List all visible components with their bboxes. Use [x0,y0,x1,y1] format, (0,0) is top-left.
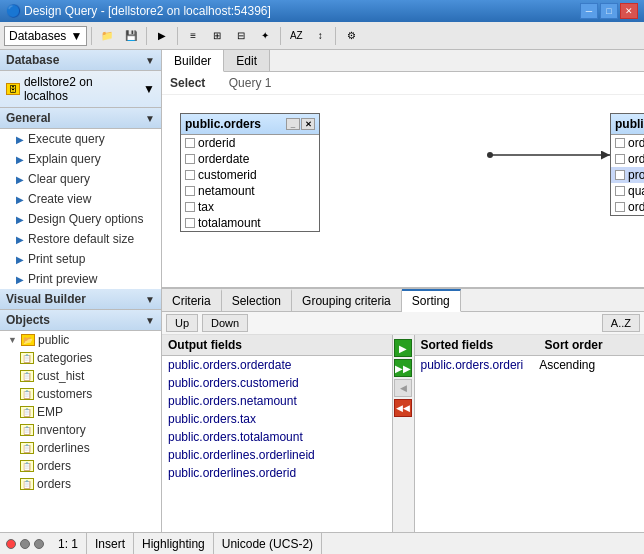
add-all-sort-button[interactable]: ▶▶ [394,359,412,377]
field-item-3[interactable]: public.orders.tax [162,410,392,428]
databases-dropdown[interactable]: Databases ▼ [4,26,87,46]
toolbar-btn-5[interactable]: ⊟ [230,25,252,47]
sidebar-item-restoresize[interactable]: ▶ Restore default size [0,229,161,249]
toolbar-btn-9[interactable]: ⚙ [340,25,362,47]
orders-orderid-checkbox[interactable] [185,138,195,148]
visualbuilder-section-header[interactable]: Visual Builder ▼ [0,289,161,310]
orders-minimize-btn[interactable]: _ [286,118,300,130]
objects-section-header[interactable]: Objects ▼ [0,310,161,331]
orderlines-table[interactable]: public.orderlines _ ✕ orderlineid orderi… [610,113,644,216]
orders-field-netamount[interactable]: netamount [181,183,319,199]
sidebar-item-printsetup[interactable]: ▶ Print setup [0,249,161,269]
orders-field-orderdate[interactable]: orderdate [181,151,319,167]
orderlines-field-prodid[interactable]: prod_id [611,167,644,183]
table-icon-categories: 📋 [20,352,34,364]
orderlines-prodid-checkbox[interactable] [615,170,625,180]
tree-item-orderlines[interactable]: 📋 orderlines [0,439,161,457]
tab-grouping[interactable]: Grouping criteria [292,289,402,311]
toolbar-btn-6[interactable]: ✦ [254,25,276,47]
tree-item-orders2[interactable]: 📋 orders [0,475,161,493]
orders-orderdate-checkbox[interactable] [185,154,195,164]
tab-builder[interactable]: Builder [162,50,224,72]
tree-item-custhist[interactable]: 📋 cust_hist [0,367,161,385]
orderlines-orderlineid-checkbox[interactable] [615,138,625,148]
tab-sorting-label: Sorting [412,294,450,308]
tree-label-custhist: cust_hist [37,369,84,383]
tree-item-orders[interactable]: 📋 orders [0,457,161,475]
toolbar-btn-run[interactable]: ▶ [151,25,173,47]
field-item-2[interactable]: public.orders.netamount [162,392,392,410]
field-item-1[interactable]: public.orders.customerid [162,374,392,392]
add-sort-button[interactable]: ▶ [394,339,412,357]
orders-field-customerid[interactable]: customerid [181,167,319,183]
tab-selection[interactable]: Selection [222,289,292,311]
orders-field-orderid[interactable]: orderid [181,135,319,151]
orders-customerid-label: customerid [198,168,257,182]
designoptions-icon: ▶ [16,214,24,225]
orders-orderid-label: orderid [198,136,235,150]
orderlines-field-orderdate[interactable]: orderdate [611,199,644,215]
field-item-0[interactable]: public.orders.orderdate [162,356,392,374]
close-button[interactable]: ✕ [620,3,638,19]
orderlines-field-orderlineid[interactable]: orderlineid [611,135,644,151]
tree-label-emp: EMP [37,405,63,419]
orders-field-tax[interactable]: tax [181,199,319,215]
tree-item-emp[interactable]: 📋 EMP [0,403,161,421]
field-item-6[interactable]: public.orderlines.orderid [162,464,392,482]
general-section-label: General [6,111,51,125]
sidebar-item-explain[interactable]: ▶ Explain query [0,149,161,169]
field-item-5[interactable]: public.orderlines.orderlineid [162,446,392,464]
tree-item-inventory[interactable]: 📋 inventory [0,421,161,439]
tree-item-categories[interactable]: 📋 categories [0,349,161,367]
toolbar-btn-8[interactable]: ↕ [309,25,331,47]
canvas-area[interactable]: public.orders _ ✕ orderid orderdate [162,95,644,287]
orders-netamount-checkbox[interactable] [185,186,195,196]
status-dot-gray [20,539,30,549]
remove-sort-button[interactable]: ◀ [394,379,412,397]
orderlines-orderid-label: orderid [628,152,644,166]
toolbar-btn-7[interactable]: AZ [285,25,307,47]
general-section-header[interactable]: General ▼ [0,108,161,129]
toolbar-btn-4[interactable]: ⊞ [206,25,228,47]
tree-item-customers[interactable]: 📋 customers [0,385,161,403]
canvas-scrollbar[interactable] [162,287,644,288]
orders-table-header: public.orders _ ✕ [181,114,319,135]
sidebar-item-designoptions[interactable]: ▶ Design Query options [0,209,161,229]
orders-table-title: public.orders [185,117,261,131]
sorted-item-0[interactable]: public.orders.orderi Ascending [415,356,645,374]
tab-sorting[interactable]: Sorting [402,289,461,312]
tree-item-root[interactable]: ▼ 📂 public [0,331,161,349]
orderlines-field-orderid[interactable]: orderid [611,151,644,167]
sidebar-item-execute[interactable]: ▶ Execute query [0,129,161,149]
orders-tax-checkbox[interactable] [185,202,195,212]
toolbar-btn-1[interactable]: 📁 [96,25,118,47]
orders-close-btn[interactable]: ✕ [301,118,315,130]
field-item-4[interactable]: public.orders.totalamount [162,428,392,446]
tree-label-orders: orders [37,459,71,473]
db-connection[interactable]: 🗄 dellstore2 on localhos ▼ [0,71,161,108]
position-text: 1: 1 [58,537,78,551]
minimize-button[interactable]: ─ [580,3,598,19]
orderlines-field-quantity[interactable]: quantity [611,183,644,199]
sort-up-button[interactable]: Up [166,314,198,332]
sort-az-button[interactable]: A..Z [602,314,640,332]
orders-field-totalamount[interactable]: totalamount [181,215,319,231]
orders-totalamount-checkbox[interactable] [185,218,195,228]
database-section-header[interactable]: Database ▼ [0,50,161,71]
sidebar-item-createview[interactable]: ▶ Create view [0,189,161,209]
toolbar-btn-2[interactable]: 💾 [120,25,142,47]
sidebar-item-printpreview[interactable]: ▶ Print preview [0,269,161,289]
orders-table[interactable]: public.orders _ ✕ orderid orderdate [180,113,320,232]
tab-edit[interactable]: Edit [224,50,270,71]
orderlines-quantity-checkbox[interactable] [615,186,625,196]
remove-all-sort-button[interactable]: ◀◀ [394,399,412,417]
orderlines-orderdate-checkbox[interactable] [615,202,625,212]
tab-criteria[interactable]: Criteria [162,289,222,311]
toolbar-btn-3[interactable]: ≡ [182,25,204,47]
orderlines-orderid-checkbox[interactable] [615,154,625,164]
sort-down-button[interactable]: Down [202,314,248,332]
maximize-button[interactable]: □ [600,3,618,19]
orders-customerid-checkbox[interactable] [185,170,195,180]
sidebar-item-clear[interactable]: ▶ Clear query [0,169,161,189]
clear-icon: ▶ [16,174,24,185]
